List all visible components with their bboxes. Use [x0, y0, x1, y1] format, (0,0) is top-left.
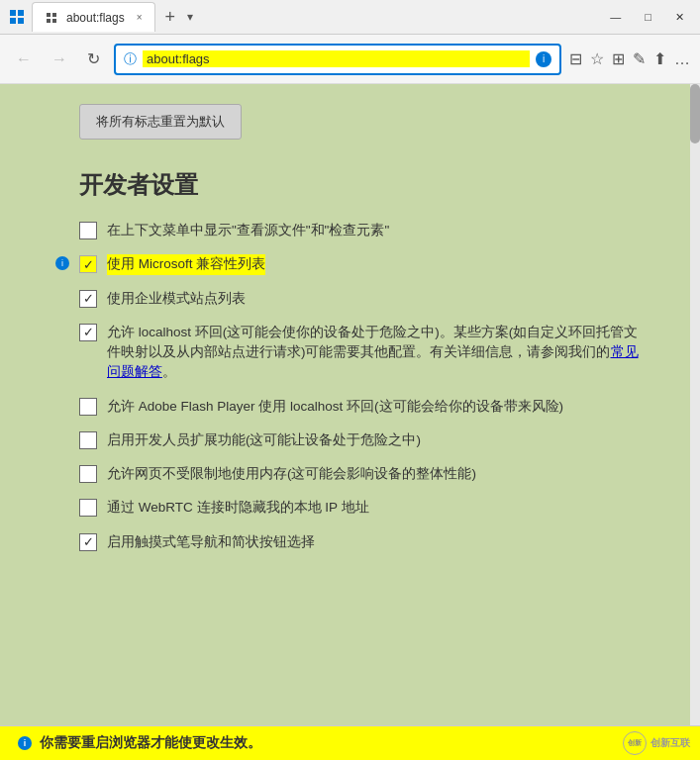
brand-text: 创新互联	[650, 736, 690, 750]
browser-icon	[8, 8, 26, 26]
bullet-indicator: i	[55, 256, 69, 270]
tab-container: about:flags × + ▾	[32, 2, 195, 32]
titlebar-left: about:flags × + ▾	[8, 2, 195, 32]
share-icon[interactable]: ⬆	[653, 49, 666, 68]
notification-bar: i 你需要重启浏览器才能使更改生效。 创新 创新互联	[0, 725, 700, 760]
setting-label-s7: 允许网页不受限制地使用内存(这可能会影响设备的整体性能)	[107, 464, 476, 484]
forward-button[interactable]: →	[46, 47, 73, 72]
maximize-button[interactable]: □	[637, 9, 659, 25]
address-input-box: ⓘ about:flags i	[114, 44, 561, 75]
notification-text: 你需要重启浏览器才能使更改生效。	[40, 734, 261, 752]
checkbox-s8[interactable]	[79, 499, 97, 517]
checkbox-s2[interactable]	[79, 255, 97, 273]
svg-rect-6	[47, 19, 50, 23]
setting-label-s2: 使用 Microsoft 兼容性列表	[107, 254, 265, 274]
list-item: 允许网页不受限制地使用内存(这可能会影响设备的整体性能)	[79, 464, 641, 484]
checkbox-s3[interactable]	[79, 290, 97, 308]
checkbox-s7[interactable]	[79, 465, 97, 483]
setting-label-s6: 启用开发人员扩展功能(这可能让设备处于危险之中)	[107, 430, 421, 450]
svg-rect-1	[18, 10, 24, 16]
setting-label-s5: 允许 Adobe Flash Player 使用 localhost 环回(这可…	[107, 397, 563, 417]
svg-rect-4	[47, 13, 50, 17]
page-content: 将所有标志重置为默认 开发者设置 在上下文菜单中显示"查看源文件"和"检查元素"…	[0, 84, 700, 725]
refresh-button[interactable]: ↻	[81, 46, 106, 72]
reading-list-icon[interactable]: ⊞	[612, 49, 625, 68]
tab-label: about:flags	[66, 11, 125, 25]
address-text[interactable]: about:flags	[143, 50, 530, 67]
tab-dropdown-button[interactable]: ▾	[185, 10, 195, 24]
favorite-icon[interactable]: ☆	[590, 49, 604, 68]
addressbar: ← → ↻ ⓘ about:flags i ⊟ ☆ ⊞ ✎ ⬆ …	[0, 35, 700, 84]
back-button[interactable]: ←	[10, 47, 38, 72]
tab-about-flags[interactable]: about:flags ×	[32, 2, 155, 32]
tab-close-button[interactable]: ×	[137, 12, 143, 23]
svg-rect-5	[52, 13, 56, 17]
address-badge: i	[536, 51, 551, 67]
address-info-icon: ⓘ	[124, 50, 137, 68]
list-item: 允许 localhost 环回(这可能会使你的设备处于危险之中)。某些方案(如自…	[79, 323, 641, 383]
titlebar: about:flags × + ▾ — □ ✕	[0, 0, 700, 35]
more-icon[interactable]: …	[674, 50, 690, 68]
split-view-icon[interactable]: ⊟	[569, 49, 582, 68]
checkbox-s4[interactable]	[79, 324, 97, 341]
checkbox-s5[interactable]	[79, 398, 97, 416]
svg-rect-7	[52, 19, 56, 23]
svg-rect-3	[18, 18, 24, 24]
titlebar-right: — □ ✕	[602, 9, 692, 26]
list-item: 允许 Adobe Flash Player 使用 localhost 环回(这可…	[79, 397, 641, 417]
setting-label-s8: 通过 WebRTC 连接时隐藏我的本地 IP 地址	[107, 498, 369, 518]
list-item: 通过 WebRTC 连接时隐藏我的本地 IP 地址	[79, 498, 641, 518]
notification-dot: i	[18, 736, 32, 750]
list-item: i 使用 Microsoft 兼容性列表	[79, 254, 641, 274]
setting-label-s3: 使用企业模式站点列表	[107, 289, 246, 309]
new-tab-button[interactable]: +	[159, 7, 182, 28]
list-item: 启用开发人员扩展功能(这可能让设备处于危险之中)	[79, 430, 641, 450]
close-button[interactable]: ✕	[667, 9, 692, 26]
setting-label-s4: 允许 localhost 环回(这可能会使你的设备处于危险之中)。某些方案(如自…	[107, 323, 641, 383]
annotate-icon[interactable]: ✎	[633, 49, 646, 68]
checkbox-s1[interactable]	[79, 222, 97, 239]
scrollbar-track	[690, 84, 700, 725]
setting-label-s9: 启用触摸式笔导航和简状按钮选择	[107, 532, 315, 552]
reset-flags-button[interactable]: 将所有标志重置为默认	[79, 104, 242, 140]
list-item: 在上下文菜单中显示"查看源文件"和"检查元素"	[79, 221, 641, 240]
minimize-button[interactable]: —	[602, 9, 629, 25]
svg-rect-0	[10, 10, 16, 16]
svg-rect-2	[10, 18, 16, 24]
list-item: 启用触摸式笔导航和简状按钮选择	[79, 532, 641, 552]
checkbox-s9[interactable]	[79, 533, 97, 551]
settings-list: 在上下文菜单中显示"查看源文件"和"检查元素" i 使用 Microsoft 兼…	[79, 221, 641, 552]
brand-circle: 创新	[623, 731, 647, 755]
setting-label-s1: 在上下文菜单中显示"查看源文件"和"检查元素"	[107, 221, 389, 240]
checkbox-s6[interactable]	[79, 431, 97, 449]
scrollbar-thumb[interactable]	[690, 84, 700, 143]
brand-logo: 创新 创新互联	[623, 731, 690, 755]
tab-favicon	[45, 11, 58, 25]
section-title: 开发者设置	[79, 169, 641, 201]
addressbar-right-icons: ⊟ ☆ ⊞ ✎ ⬆ …	[569, 49, 690, 68]
list-item: 使用企业模式站点列表	[79, 289, 641, 309]
